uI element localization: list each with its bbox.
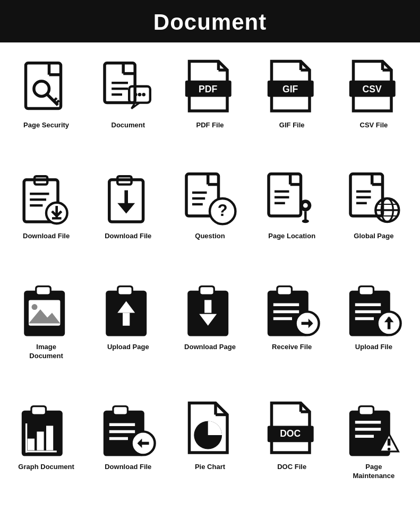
download-file-2-icon	[99, 169, 157, 228]
icon-cell-upload-file: Upload File	[333, 275, 415, 395]
icon-label-question: Question	[195, 232, 225, 241]
icon-cell-image-document: Image Document	[5, 275, 87, 395]
icon-label-page-maintenance: Page Maintenance	[353, 463, 395, 481]
icon-cell-page-location: Page Location	[251, 164, 333, 275]
svg-rect-90	[123, 313, 130, 326]
svg-text:CSV: CSV	[362, 84, 381, 94]
svg-text:GIF: GIF	[282, 84, 298, 94]
icon-label-gif-file: GIF File	[279, 121, 305, 130]
icon-cell-download-page: Download Page	[169, 275, 251, 395]
icon-cell-download-file-3: Download File	[87, 395, 169, 515]
icon-cell-upload-page: Upload Page	[87, 275, 169, 395]
global-page-icon	[345, 169, 403, 228]
icon-cell-receive-file: Receive File	[251, 275, 333, 395]
svg-rect-59	[269, 174, 301, 216]
svg-rect-82	[37, 287, 49, 294]
gif-file-icon: GIF	[263, 58, 321, 117]
icon-label-download-file-2: Download File	[105, 232, 151, 241]
icon-label-graph-document: Graph Document	[18, 463, 74, 472]
pie-chart-icon	[181, 400, 239, 458]
svg-text:PDF: PDF	[199, 84, 218, 94]
svg-rect-120	[46, 426, 53, 450]
svg-rect-117	[32, 407, 45, 414]
upload-file-icon	[345, 280, 403, 339]
icon-label-page-security: Page Security	[23, 121, 69, 130]
icon-label-document: Document	[112, 121, 145, 130]
question-icon: ?	[181, 169, 239, 228]
icon-label-upload-file: Upload File	[355, 343, 392, 352]
icon-label-global-page: Global Page	[354, 232, 393, 241]
svg-rect-91	[188, 291, 229, 336]
svg-point-16	[142, 93, 146, 97]
icon-label-pie-chart: Pie Chart	[195, 463, 225, 472]
svg-marker-138	[264, 442, 268, 446]
svg-marker-34	[396, 97, 399, 101]
upload-page-icon	[99, 280, 157, 339]
receive-file-icon	[263, 280, 321, 339]
icon-cell-gif-file: GIF GIF File	[251, 53, 333, 164]
svg-rect-98	[278, 287, 290, 294]
download-file-1-icon	[17, 169, 75, 228]
icon-cell-download-file-1: Download File	[5, 164, 87, 275]
page-maintenance-icon	[345, 400, 403, 458]
svg-rect-94	[205, 300, 212, 313]
icon-grid: Page Security Document	[0, 42, 420, 520]
page-security-icon	[17, 58, 75, 117]
icon-cell-page-maintenance: Page Maintenance	[333, 395, 415, 515]
icon-cell-pie-chart: Pie Chart	[169, 395, 251, 515]
icon-label-pdf-file: PDF File	[196, 121, 224, 130]
icon-label-page-location: Page Location	[268, 232, 315, 241]
icon-label-download-page: Download Page	[184, 343, 236, 352]
svg-rect-143	[359, 407, 372, 414]
download-file-3-icon	[99, 400, 157, 458]
image-document-icon	[17, 280, 75, 339]
icon-label-download-file-1: Download File	[23, 232, 70, 241]
icon-label-doc-file: DOC File	[277, 463, 306, 472]
doc-file-icon: DOC	[263, 400, 321, 458]
svg-line-6	[56, 100, 59, 104]
svg-point-68	[302, 220, 308, 223]
svg-text:?: ?	[218, 201, 228, 220]
icon-label-csv-file: CSV File	[360, 121, 388, 130]
svg-point-15	[138, 93, 142, 97]
icon-cell-document: Document	[87, 53, 169, 164]
download-page-icon	[181, 280, 239, 339]
pdf-file-icon: PDF	[181, 58, 239, 117]
graph-document-icon	[17, 400, 75, 458]
icon-label-receive-file: Receive File	[272, 343, 312, 352]
icon-cell-pdf-file: PDF PDF File	[169, 53, 251, 164]
svg-rect-125	[114, 407, 127, 414]
svg-marker-22	[232, 97, 235, 101]
svg-point-14	[134, 93, 138, 97]
icon-cell-page-security: Page Security	[5, 53, 87, 164]
svg-marker-27	[264, 97, 268, 101]
svg-point-149	[388, 448, 391, 451]
document-icon	[99, 58, 157, 117]
icon-label-upload-page: Upload Page	[107, 343, 149, 352]
svg-marker-21	[182, 97, 186, 101]
svg-point-84	[32, 304, 38, 310]
icon-label-image-document: Image Document	[29, 343, 63, 361]
icon-cell-download-file-2: Download File	[87, 164, 169, 275]
icon-cell-csv-file: CSV CSV File	[333, 53, 415, 164]
svg-rect-88	[119, 287, 132, 294]
svg-rect-108	[359, 287, 372, 294]
svg-rect-118	[28, 439, 35, 450]
icon-cell-global-page: Global Page	[333, 164, 415, 275]
svg-text:DOC: DOC	[280, 428, 301, 439]
svg-marker-139	[313, 442, 317, 446]
svg-line-5	[53, 98, 57, 102]
svg-rect-93	[201, 287, 213, 294]
svg-marker-28	[313, 97, 317, 101]
icon-cell-doc-file: DOC DOC File	[251, 395, 333, 515]
icon-label-download-file-3: Download File	[105, 463, 151, 472]
icon-cell-graph-document: Graph Document	[5, 395, 87, 515]
page-title: Document	[0, 0, 420, 42]
svg-marker-50	[117, 203, 135, 214]
svg-marker-33	[346, 97, 349, 101]
icon-cell-question: ? Question	[169, 164, 251, 275]
page-location-icon	[263, 169, 321, 228]
csv-file-icon: CSV	[345, 58, 403, 117]
svg-point-66	[303, 203, 308, 208]
svg-point-3	[34, 81, 49, 97]
